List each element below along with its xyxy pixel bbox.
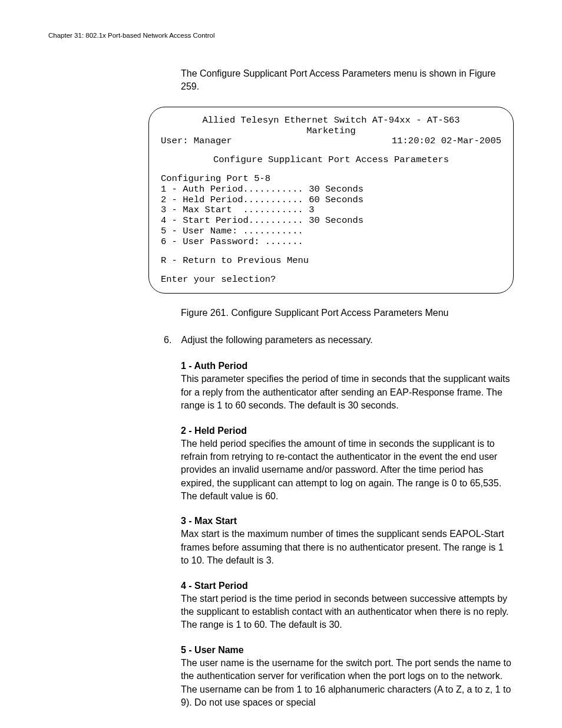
step-number: 6.	[164, 335, 179, 345]
menu-title: Configure Supplicant Port Access Paramet…	[213, 154, 449, 165]
option-line: 2 - Held Period........... 60 Seconds	[161, 195, 501, 206]
document-page: Chapter 31: 802.1x Port-based Network Ac…	[0, 0, 562, 728]
param-max-start: 3 - Max Start Max start is the maximum n…	[181, 516, 514, 567]
param-desc: This parameter specifies the period of t…	[181, 373, 514, 412]
option-line: 6 - User Password: .......	[161, 237, 501, 248]
terminal-menu-title-line: Configure Supplicant Port Access Paramet…	[161, 155, 501, 166]
option-line: 3 - Max Start ........... 3	[161, 205, 501, 216]
timestamp: 11:20:02 02-Mar-2005	[392, 136, 501, 147]
param-desc: Max start is the maximum number of times…	[181, 528, 514, 567]
param-title: 2 - Held Period	[181, 426, 514, 436]
terminal-subtitle: Marketing	[306, 126, 356, 136]
option-line: 1 - Auth Period........... 30 Seconds	[161, 185, 501, 195]
config-line: Configuring Port 5-8	[161, 174, 501, 185]
param-auth-period: 1 - Auth Period This parameter specifies…	[181, 361, 514, 412]
prompt-line: Enter your selection?	[161, 275, 501, 285]
param-desc: The user name is the username for the sw…	[181, 657, 514, 710]
terminal-user-line: User: Manager11:20:02 02-Mar-2005	[161, 136, 501, 147]
figure-caption: Figure 261. Configure Supplicant Port Ac…	[181, 308, 514, 318]
param-desc: The held period specifies the amount of …	[181, 437, 514, 503]
param-start-period: 4 - Start Period The start period is the…	[181, 581, 514, 632]
intro-paragraph: The Configure Supplicant Port Access Par…	[181, 67, 514, 94]
terminal-title-line: Allied Telesyn Ethernet Switch AT-94xx -…	[161, 116, 501, 126]
terminal-title: Allied Telesyn Ethernet Switch AT-94xx -…	[202, 115, 459, 126]
param-user-name: 5 - User Name The user name is the usern…	[181, 645, 514, 710]
step-text: Adjust the following parameters as neces…	[181, 335, 373, 345]
step-item: 6. Adjust the following parameters as ne…	[164, 335, 514, 345]
param-held-period: 2 - Held Period The held period specifie…	[181, 426, 514, 503]
terminal-screen: Allied Telesyn Ethernet Switch AT-94xx -…	[148, 107, 514, 294]
chapter-header: Chapter 31: 802.1x Port-based Network Ac…	[48, 32, 514, 39]
param-desc: The start period is the time period in s…	[181, 592, 514, 632]
param-title: 4 - Start Period	[181, 581, 514, 591]
param-title: 3 - Max Start	[181, 516, 514, 526]
option-line: 4 - Start Period.......... 30 Seconds	[161, 216, 501, 226]
return-line: R - Return to Previous Menu	[161, 256, 501, 266]
terminal-subtitle-line: Marketing	[161, 126, 501, 137]
param-title: 5 - User Name	[181, 645, 514, 655]
param-title: 1 - Auth Period	[181, 361, 514, 371]
user-label: User: Manager	[161, 136, 232, 147]
option-line: 5 - User Name: ...........	[161, 226, 501, 237]
